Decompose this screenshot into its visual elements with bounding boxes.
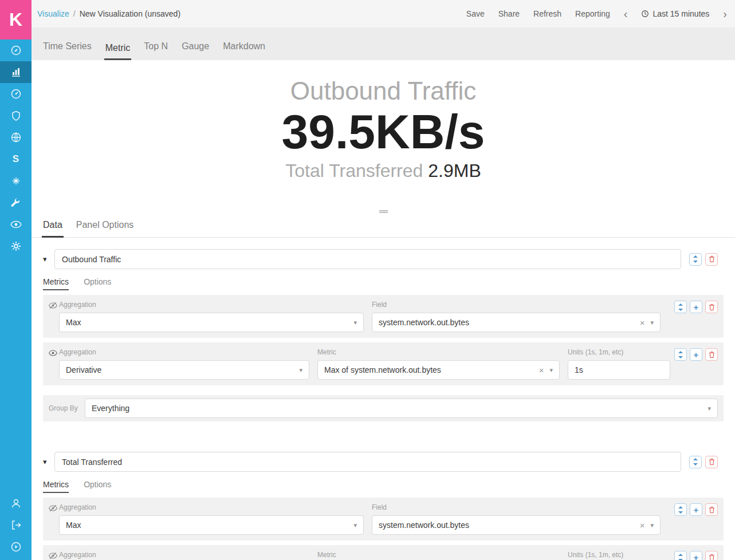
sidebar-item-monitoring[interactable] [0,214,32,235]
time-picker-button[interactable]: Last 15 minutes [641,9,709,18]
chevron-down-icon: ▾ [650,522,654,529]
sidebar-item-collapse[interactable] [0,536,32,558]
metric-secondary-label: Total Transferred [285,160,423,181]
agg-delete-button[interactable] [705,551,718,560]
aggregation-row: + Aggregation Derivative ▾ [43,342,724,385]
agg-add-button[interactable]: + [690,348,702,361]
chevron-down-icon: ▾ [650,319,654,326]
sidebar-item-machine-learning[interactable] [0,170,32,192]
series-collapse-caret[interactable]: ▾ [43,255,54,263]
breadcrumb-current: New Visualization (unsaved) [80,9,180,18]
agg-sort-button[interactable] [674,551,687,560]
clear-icon[interactable]: × [640,520,645,530]
aggregation-actions: + [674,348,718,361]
resize-handle[interactable] [32,205,735,218]
aggregation-row: + Aggregation Max ▾ Field [43,295,724,338]
field-select[interactable]: system.network.out.bytes × ▾ [372,313,661,332]
time-forward-button[interactable]: › [723,8,727,19]
tab-metric[interactable]: Metric [104,43,132,60]
refresh-button[interactable]: Refresh [533,9,561,18]
agg-add-button[interactable]: + [690,301,702,313]
sidebar-item-management[interactable] [0,235,32,257]
metric-visibility-toggle[interactable] [49,301,59,332]
sidebar-item-user[interactable] [0,492,32,514]
subtab-metrics[interactable]: Metrics [43,480,69,493]
metric-title: Outbound Traffic [32,75,735,107]
agg-sort-button[interactable] [674,348,687,361]
global-nav-bottom [0,492,32,560]
share-button[interactable]: Share [498,9,520,18]
series-sort-button[interactable] [689,253,702,266]
aggregation-select-value: Derivative [66,365,101,374]
metric-select[interactable]: Max of system.network.out.bytes × ▾ [317,360,560,380]
save-button[interactable]: Save [466,9,485,18]
field-select-value: system.network.out.bytes [379,318,469,327]
subtab-metrics[interactable]: Metrics [43,277,69,290]
agg-add-button[interactable]: + [690,503,702,516]
series-delete-button[interactable] [705,456,718,468]
chevron-down-icon: ▾ [549,366,553,374]
field-select[interactable]: system.network.out.bytes × ▾ [372,515,661,535]
kibana-app: K S [0,0,735,560]
plus-icon: + [694,506,699,514]
sidebar-item-dashboard[interactable] [0,83,32,105]
play-circle-icon [10,541,22,553]
subtab-options[interactable]: Options [84,480,111,493]
sidebar-item-logout[interactable] [0,514,32,536]
sort-icon [678,351,683,358]
sidebar-item-maps[interactable] [0,127,32,148]
series-sort-button[interactable] [689,456,702,468]
metric-select-value: Max of system.network.out.bytes [324,365,441,374]
agg-delete-button[interactable] [705,503,718,516]
series-label-input[interactable] [54,249,681,269]
trash-icon [709,351,715,358]
time-back-button[interactable]: ‹ [624,8,628,19]
series-label-input[interactable] [54,452,681,472]
kibana-logo[interactable]: K [0,0,32,40]
series-delete-button[interactable] [705,253,718,266]
tab-panel-options[interactable]: Panel Options [75,218,135,238]
aggregation-select[interactable]: Derivative ▾ [59,360,309,380]
clear-icon[interactable]: × [539,365,544,375]
metric-visualization: Outbound Traffic 39.5KB/s Total Transfer… [32,60,735,205]
series-editor: ▾ Metrics Options + [32,249,735,560]
kibana-logo-mark: K [9,9,22,30]
tab-data[interactable]: Data [42,218,64,238]
units-label: Units (1s, 1m, etc) [568,348,670,356]
tab-top-n[interactable]: Top N [143,41,169,60]
agg-delete-button[interactable] [705,301,718,313]
tab-gauge[interactable]: Gauge [180,41,210,60]
series-row: ▾ [43,249,718,269]
agg-add-button[interactable]: + [690,551,702,560]
aggregation-select[interactable]: Max ▾ [59,313,364,332]
group-by-select[interactable]: Everything ▾ [85,399,718,418]
clear-icon[interactable]: × [640,318,645,328]
top-bar: Visualize / New Visualization (unsaved) … [32,0,735,27]
subtab-options[interactable]: Options [84,277,111,290]
reporting-button[interactable]: Reporting [575,9,610,18]
agg-sort-button[interactable] [674,503,687,516]
tab-time-series[interactable]: Time Series [42,41,93,60]
breadcrumb-visualize-link[interactable]: Visualize [37,9,69,18]
sidebar-item-discover[interactable] [0,40,32,61]
agg-sort-button[interactable] [674,301,687,313]
plus-icon: + [694,303,699,311]
units-input[interactable] [568,360,670,380]
series-collapse-caret[interactable]: ▾ [43,458,54,466]
trash-icon [709,506,715,514]
sidebar-item-dev-tools[interactable] [0,192,32,214]
agg-delete-button[interactable] [705,348,718,361]
gauge-icon [10,88,22,100]
sidebar-item-timelion[interactable] [0,105,32,127]
metric-secondary-value: 2.9MB [428,160,481,181]
clock-icon [641,10,649,18]
metric-visibility-toggle[interactable] [49,551,59,560]
aggregation-select[interactable]: Max ▾ [59,515,364,535]
sidebar-item-sentinl[interactable]: S [0,148,32,170]
metric-visibility-toggle[interactable] [49,503,59,535]
aggregation-actions: + [674,551,718,560]
aggregation-actions: + [674,301,718,313]
tab-markdown[interactable]: Markdown [222,41,266,60]
sidebar-item-visualize[interactable] [0,61,32,83]
metric-visibility-toggle[interactable] [49,348,59,380]
